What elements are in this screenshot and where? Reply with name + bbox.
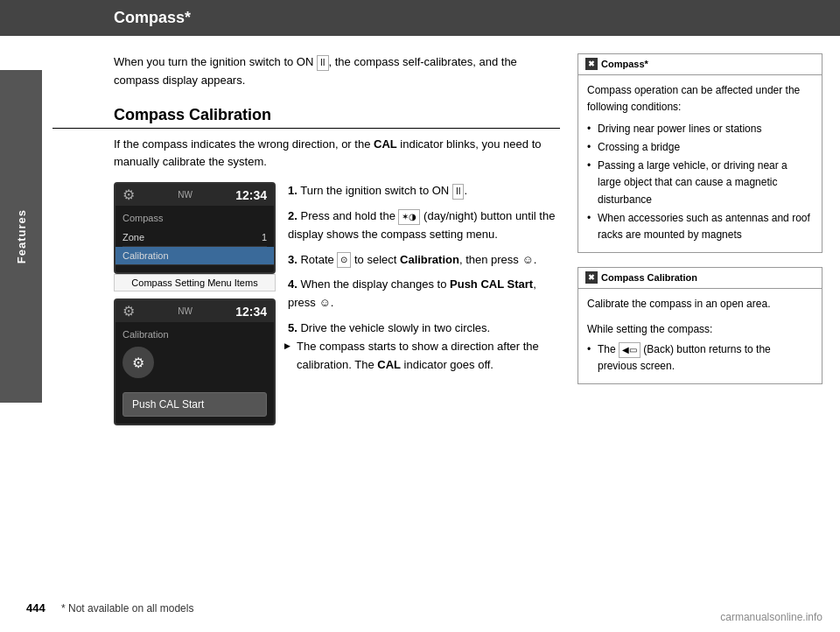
screen2-topbar: ⚙ NW 12:34: [116, 300, 274, 322]
zone-value: 1: [262, 232, 267, 242]
screen1-row-calibration: Calibration: [116, 247, 274, 265]
screen2-direction: NW: [178, 306, 192, 316]
section-divider: [52, 128, 560, 129]
side-tab: Features: [0, 70, 42, 403]
compass-conditions-list: Driving near power lines or stations Cro…: [587, 121, 813, 243]
page-header: Compass*: [0, 0, 840, 36]
info-icon2: ✖: [585, 271, 598, 284]
step-2: 2. Press and hold the ✶◑ (day/night) but…: [288, 207, 560, 244]
page-number: 444: [26, 601, 46, 614]
watermark: carmanualsonline.info: [720, 611, 822, 623]
screen1-caption: Compass Setting Menu Items: [114, 274, 276, 291]
compass-info-body: Compass operation can be affected under …: [578, 75, 822, 253]
calibration-info-header: ✖ Compass Calibration: [578, 268, 822, 289]
steps-area: 1. Turn the ignition switch to ON II. 2.…: [288, 182, 560, 425]
right-column: ✖ Compass* Compass operation can be affe…: [578, 53, 822, 425]
push-cal-text: Push CAL Start: [450, 277, 533, 291]
ok-smiley2: ☺: [318, 296, 330, 309]
step-4: 4. When the display changes to Push CAL …: [288, 276, 560, 312]
screen1-row-zone: Zone 1: [122, 228, 267, 247]
screen2-body: Calibration ⚙ Push CAL Start: [116, 322, 274, 424]
gear-icon2: ⚙: [122, 303, 135, 320]
calibration-bold: Calibration: [400, 253, 459, 266]
settings-circle-icon: ⚙: [122, 347, 154, 378]
ok-smiley: ☺: [522, 253, 533, 266]
step-1: 1. Turn the ignition switch to ON II.: [288, 182, 560, 200]
intro-text: When you turn the ignition switch to ON …: [52, 53, 560, 90]
step-5: 5. Drive the vehicle slowly in two circl…: [288, 320, 560, 374]
condition-2: Crossing a bridge: [587, 139, 813, 156]
compass-info-intro: Compass operation can be affected under …: [587, 82, 813, 116]
calibration-tips-list: The ◀▭ (Back) button returns to the prev…: [587, 341, 813, 375]
side-tab-label: Features: [15, 209, 28, 263]
back-button-icon: ◀▭: [619, 342, 640, 358]
screen2-title: Calibration: [122, 329, 267, 340]
condition-3: Passing a large vehicle, or driving near…: [587, 158, 813, 208]
on-icon: II: [317, 55, 329, 71]
screen1-time: 12:34: [235, 188, 267, 202]
screen2-time: 12:34: [235, 305, 267, 319]
condition-1: Driving near power lines or stations: [587, 121, 813, 137]
screen2-display: ⚙ NW 12:34 Calibration ⚙ Push CAL Start: [114, 298, 276, 425]
calibration-title: Compass Calibration: [52, 106, 560, 124]
calibration-info-intro: Calibrate the compass in an open area.: [587, 296, 813, 312]
step4-number: 4.: [288, 277, 298, 291]
knob-icon: ⊙: [337, 252, 351, 268]
compass-info-box: ✖ Compass* Compass operation can be affe…: [578, 53, 822, 253]
screen1-body: Compass Zone 1 Calibration: [116, 206, 274, 272]
step3-number: 3.: [288, 253, 298, 266]
calibration-info-body: Calibrate the compass in an open area. W…: [578, 289, 822, 384]
while-setting-text: While setting the compass:: [587, 321, 813, 338]
screen1-topbar: ⚙ NW 12:34: [116, 184, 274, 206]
gear-icon: ⚙: [122, 186, 135, 203]
screen2-icon-row: ⚙: [122, 347, 267, 385]
step1-number: 1.: [288, 184, 298, 197]
push-cal-button: Push CAL Start: [122, 392, 267, 417]
info-icon: ✖: [585, 58, 598, 70]
screen-container: ⚙ NW 12:34 Compass Zone 1: [114, 182, 276, 425]
zone-label: Zone: [122, 232, 144, 242]
screens-and-steps: ⚙ NW 12:34 Compass Zone 1: [52, 182, 560, 425]
step-3: 3. Rotate ⊙ to select Calibration, then …: [288, 251, 560, 270]
footnote: * Not available on all models: [61, 602, 193, 614]
screen2: ⚙ NW 12:34 Calibration ⚙ Push CAL Start: [114, 298, 276, 425]
step5-number: 5.: [288, 321, 298, 334]
screen1-direction: NW: [178, 190, 192, 200]
page-title: Compass*: [114, 9, 191, 27]
screen1: ⚙ NW 12:34 Compass Zone 1: [114, 182, 276, 291]
screen1-display: ⚙ NW 12:34 Compass Zone 1: [114, 182, 276, 274]
cal-bold2: CAL: [377, 358, 401, 371]
screen1-title: Compass: [122, 213, 267, 223]
calibration-info-box: ✖ Compass Calibration Calibrate the comp…: [578, 267, 822, 384]
step2-number: 2.: [288, 209, 298, 222]
step5-sub: The compass starts to show a direction a…: [288, 338, 560, 375]
calibration-desc: If the compass indicates the wrong direc…: [52, 136, 560, 172]
main-content: When you turn the ignition switch to ON …: [0, 36, 840, 443]
page-container: Compass* Features When you turn the igni…: [0, 0, 840, 632]
compass-info-header-label: Compass*: [601, 57, 648, 72]
left-column: When you turn the ignition switch to ON …: [52, 53, 560, 425]
condition-4: When accessories such as antennas and ro…: [587, 210, 813, 243]
on-icon2: II: [452, 184, 465, 200]
compass-info-header: ✖ Compass*: [578, 54, 822, 75]
daynighbt-btn-icon: ✶◑: [398, 209, 420, 225]
tip-1: The ◀▭ (Back) button returns to the prev…: [587, 341, 813, 375]
calibration-info-header-label: Compass Calibration: [601, 270, 697, 285]
calibration-label: Calibration: [122, 250, 169, 261]
